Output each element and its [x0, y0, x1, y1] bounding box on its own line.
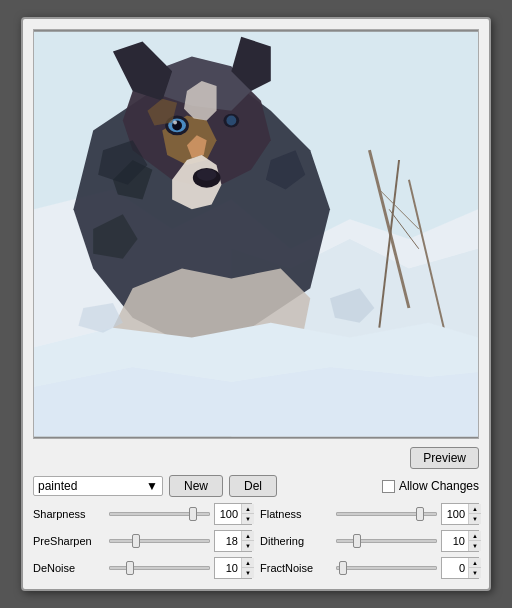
presharpen-value[interactable]	[215, 531, 241, 551]
sharpness-slider[interactable]	[109, 512, 210, 516]
husky-image	[34, 30, 478, 438]
denoise-slider[interactable]	[109, 566, 210, 570]
sharpness-row: Sharpness ▲ ▼	[33, 503, 252, 525]
dithering-up[interactable]: ▲	[469, 531, 481, 541]
fractnoise-thumb[interactable]	[339, 561, 347, 575]
main-window: Preview painted ▼ New Del Allow Changes …	[21, 17, 491, 591]
presharpen-row: PreSharpen ▲ ▼	[33, 530, 252, 552]
sharpness-up[interactable]: ▲	[242, 504, 254, 514]
fractnoise-down[interactable]: ▼	[469, 568, 481, 578]
presharpen-spinner-buttons: ▲ ▼	[241, 531, 254, 551]
fractnoise-value[interactable]	[442, 558, 468, 578]
sharpness-thumb[interactable]	[189, 507, 197, 521]
presharpen-spinner[interactable]: ▲ ▼	[214, 530, 252, 552]
sharpness-spinner-buttons: ▲ ▼	[241, 504, 254, 524]
dropdown-arrow-icon: ▼	[146, 479, 158, 493]
flatness-spinner-buttons: ▲ ▼	[468, 504, 481, 524]
presharpen-thumb[interactable]	[132, 534, 140, 548]
fractnoise-spinner-buttons: ▲ ▼	[468, 558, 481, 578]
presharpen-slider[interactable]	[109, 539, 210, 543]
flatness-thumb[interactable]	[416, 507, 424, 521]
controls-top: Preview	[33, 447, 479, 469]
dithering-spinner[interactable]: ▲ ▼	[441, 530, 479, 552]
dithering-row: Dithering ▲ ▼	[260, 530, 479, 552]
image-preview	[33, 29, 479, 439]
controls-row: painted ▼ New Del Allow Changes	[33, 475, 479, 497]
denoise-label: DeNoise	[33, 562, 105, 574]
presharpen-label: PreSharpen	[33, 535, 105, 547]
right-params: Flatness ▲ ▼ Dithering	[260, 503, 479, 579]
allow-changes-checkbox[interactable]	[382, 480, 395, 493]
dropdown-value: painted	[38, 479, 77, 493]
svg-point-23	[197, 169, 217, 181]
fractnoise-spinner[interactable]: ▲ ▼	[441, 557, 479, 579]
dithering-thumb[interactable]	[353, 534, 361, 548]
denoise-value[interactable]	[215, 558, 241, 578]
dithering-value[interactable]	[442, 531, 468, 551]
preview-button[interactable]: Preview	[410, 447, 479, 469]
dithering-spinner-buttons: ▲ ▼	[468, 531, 481, 551]
denoise-up[interactable]: ▲	[242, 558, 254, 568]
svg-point-21	[226, 116, 236, 126]
denoise-down[interactable]: ▼	[242, 568, 254, 578]
dithering-down[interactable]: ▼	[469, 541, 481, 551]
denoise-spinner[interactable]: ▲ ▼	[214, 557, 252, 579]
flatness-down[interactable]: ▼	[469, 514, 481, 524]
del-button[interactable]: Del	[229, 475, 277, 497]
dithering-label: Dithering	[260, 535, 332, 547]
sharpness-down[interactable]: ▼	[242, 514, 254, 524]
denoise-spinner-buttons: ▲ ▼	[241, 558, 254, 578]
fractnoise-slider[interactable]	[336, 566, 437, 570]
sharpness-spinner[interactable]: ▲ ▼	[214, 503, 252, 525]
sharpness-value[interactable]	[215, 504, 241, 524]
new-button[interactable]: New	[169, 475, 223, 497]
fractnoise-label: FractNoise	[260, 562, 332, 574]
flatness-row: Flatness ▲ ▼	[260, 503, 479, 525]
presharpen-down[interactable]: ▼	[242, 541, 254, 551]
svg-point-19	[173, 121, 177, 125]
left-params: Sharpness ▲ ▼ PreSharpen	[33, 503, 252, 579]
fractnoise-up[interactable]: ▲	[469, 558, 481, 568]
params-grid: Sharpness ▲ ▼ PreSharpen	[33, 503, 479, 579]
flatness-up[interactable]: ▲	[469, 504, 481, 514]
allow-changes-container: Allow Changes	[382, 479, 479, 493]
flatness-slider[interactable]	[336, 512, 437, 516]
allow-changes-label: Allow Changes	[399, 479, 479, 493]
presharpen-up[interactable]: ▲	[242, 531, 254, 541]
flatness-value[interactable]	[442, 504, 468, 524]
fractnoise-row: FractNoise ▲ ▼	[260, 557, 479, 579]
denoise-thumb[interactable]	[126, 561, 134, 575]
denoise-row: DeNoise ▲ ▼	[33, 557, 252, 579]
flatness-label: Flatness	[260, 508, 332, 520]
dithering-slider[interactable]	[336, 539, 437, 543]
flatness-spinner[interactable]: ▲ ▼	[441, 503, 479, 525]
preset-dropdown[interactable]: painted ▼	[33, 476, 163, 496]
sharpness-label: Sharpness	[33, 508, 105, 520]
